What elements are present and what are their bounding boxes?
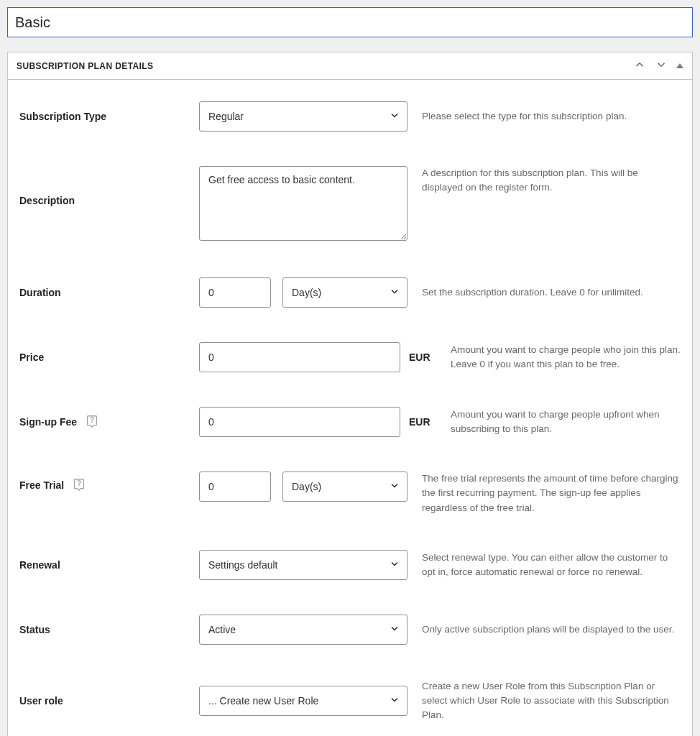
collapse-toggle-icon[interactable] [676, 63, 683, 68]
description-textarea[interactable]: Get free access to basic content. [199, 166, 407, 241]
move-down-icon[interactable] [655, 58, 668, 73]
status-select[interactable]: Active [199, 615, 407, 645]
hint-subscription-type: Please select the type for this subscrip… [422, 109, 681, 124]
row-subscription-type: Subscription Type Regular Please select … [19, 101, 681, 132]
hint-price: Amount you want to charge people who joi… [451, 343, 681, 372]
help-icon[interactable]: ? [71, 477, 87, 493]
user-role-select[interactable]: ... Create new User Role [199, 686, 407, 716]
hint-user-role: Create a new User Role from this Subscri… [422, 679, 681, 723]
row-price: Price EUR Amount you want to charge peop… [19, 342, 681, 372]
label-signup-fee: Sign-up Fee ? [19, 414, 185, 430]
label-renewal: Renewal [19, 559, 185, 571]
row-signup-fee: Sign-up Fee ? EUR Amount you want to cha… [19, 407, 681, 437]
hint-signup-fee: Amount you want to charge people upfront… [451, 408, 681, 437]
svg-text:?: ? [90, 416, 94, 424]
subscription-type-select[interactable]: Regular [199, 101, 407, 132]
signup-fee-currency: EUR [409, 416, 430, 428]
label-user-role: User role [19, 695, 185, 707]
panel-actions [633, 58, 683, 73]
label-status: Status [19, 624, 185, 635]
row-user-role: User role ... Create new User Role Creat… [19, 679, 681, 723]
price-input[interactable] [199, 342, 400, 372]
row-free-trial: Free Trial ? Day(s) The free trial repre… [19, 472, 681, 515]
hint-renewal: Select renewal type. You can either allo… [422, 551, 681, 580]
label-description: Description [19, 166, 185, 206]
hint-status: Only active subscription plans will be d… [422, 622, 681, 637]
row-status: Status Active Only active subscription p… [19, 615, 681, 645]
hint-free-trial: The free trial represents the amount of … [422, 472, 681, 515]
panel-body: Subscription Type Regular Please select … [8, 80, 692, 736]
hint-duration: Set the subscription duration. Leave 0 f… [422, 285, 681, 300]
duration-unit-select[interactable]: Day(s) [282, 277, 407, 308]
free-trial-input[interactable] [199, 472, 271, 502]
help-icon[interactable]: ? [84, 414, 100, 430]
price-currency: EUR [409, 351, 430, 363]
row-description: Description Get free access to basic con… [19, 166, 681, 243]
label-subscription-type: Subscription Type [19, 111, 185, 122]
label-duration: Duration [19, 287, 185, 298]
duration-input[interactable] [199, 277, 271, 308]
signup-fee-input[interactable] [199, 407, 400, 437]
row-renewal: Renewal Settings default Select renewal … [19, 550, 681, 580]
panel-header: SUBSCRIPTION PLAN DETAILS [8, 52, 692, 80]
label-price: Price [19, 351, 185, 363]
renewal-select[interactable]: Settings default [199, 550, 407, 580]
svg-text:?: ? [77, 479, 81, 487]
free-trial-unit-select[interactable]: Day(s) [282, 472, 407, 502]
move-up-icon[interactable] [633, 58, 646, 73]
hint-description: A description for this subscription plan… [422, 166, 681, 196]
row-duration: Duration Day(s) Set the subscription dur… [19, 277, 681, 308]
plan-details-panel: SUBSCRIPTION PLAN DETAILS Subscription T… [7, 52, 693, 736]
panel-title: SUBSCRIPTION PLAN DETAILS [17, 61, 153, 71]
label-free-trial: Free Trial ? [19, 472, 185, 493]
plan-title-input[interactable] [7, 7, 693, 37]
